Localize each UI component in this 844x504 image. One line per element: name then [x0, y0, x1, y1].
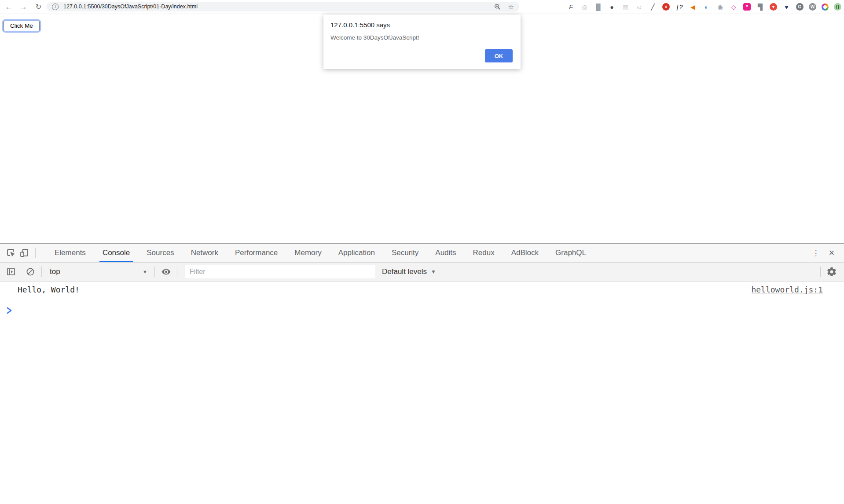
- js-context-select[interactable]: top ▼: [46, 267, 150, 276]
- devtools-tabbar: ElementsConsoleSourcesNetworkPerformance…: [0, 244, 844, 263]
- alert-ok-button[interactable]: OK: [485, 49, 513, 62]
- extension-heart-search-icon[interactable]: ♥: [782, 3, 791, 11]
- devtools-tab[interactable]: Redux: [465, 244, 503, 262]
- live-expression-eye-icon[interactable]: [159, 267, 172, 277]
- click-me-button[interactable]: Click Me: [4, 21, 40, 31]
- console-output: Hello, World! helloworld.js:1: [0, 281, 844, 504]
- extension-graphql-icon[interactable]: ◇: [730, 3, 738, 11]
- device-toolbar-icon[interactable]: [18, 244, 31, 262]
- divider: [820, 267, 821, 277]
- site-info-icon[interactable]: i: [52, 4, 59, 10]
- browser-nav: ← → ↻: [4, 0, 43, 14]
- divider: [805, 248, 805, 258]
- log-levels-value: Default levels: [382, 267, 427, 276]
- chevron-down-icon: ▼: [143, 269, 147, 274]
- devtools-tab[interactable]: GraphQL: [547, 244, 594, 262]
- clickme-focus-ring: Click Me: [4, 21, 40, 31]
- console-source-link[interactable]: helloworld.js:1: [751, 285, 823, 294]
- extension-g-circle-icon[interactable]: G: [796, 3, 804, 11]
- extension-blocks-icon[interactable]: ▜: [756, 3, 764, 11]
- clear-console-icon[interactable]: [24, 267, 37, 277]
- divider: [177, 267, 177, 277]
- console-toolbar: top ▼ Default levels ▼: [0, 263, 844, 281]
- extension-color-ring-icon[interactable]: [822, 4, 829, 11]
- devtools-tab[interactable]: Sources: [138, 244, 182, 262]
- console-filter-input[interactable]: [185, 265, 375, 278]
- extension-face-icon[interactable]: ☺: [635, 3, 643, 11]
- bookmark-star-icon[interactable]: ☆: [508, 4, 514, 10]
- extension-stop-hand-icon[interactable]: ×: [662, 3, 670, 11]
- devtools-tab[interactable]: AdBlock: [503, 244, 547, 262]
- extension-json-icon[interactable]: {}: [834, 3, 841, 11]
- divider: [41, 267, 42, 277]
- devtools-panel: ElementsConsoleSourcesNetworkPerformance…: [0, 243, 844, 504]
- inspect-element-icon[interactable]: [4, 244, 18, 262]
- devtools-tab[interactable]: Elements: [46, 244, 94, 262]
- browser-toolbar: ← → ↻ i 127.0.0.1:5500/30DaysOfJavaScrip…: [0, 0, 844, 14]
- extension-eyedropper-icon[interactable]: ╱: [649, 3, 657, 11]
- zoom-icon[interactable]: [494, 4, 501, 10]
- address-bar[interactable]: i 127.0.0.1:5500/30DaysOfJavaScript/01-D…: [47, 2, 519, 11]
- devtools-tabs: ElementsConsoleSourcesNetworkPerformance…: [46, 244, 594, 262]
- forward-icon[interactable]: →: [19, 3, 28, 11]
- alert-dialog: 127.0.0.1:5500 says Welcome to 30DaysOfJ…: [323, 15, 521, 69]
- extension-math-icon[interactable]: ƒ?: [675, 3, 683, 11]
- extension-camera-icon[interactable]: ◉: [716, 3, 724, 11]
- divider: [35, 248, 36, 258]
- devtools-close-icon[interactable]: ×: [826, 248, 837, 258]
- extension-bug-icon[interactable]: ●: [608, 3, 616, 11]
- extension-gear-box-icon[interactable]: *: [743, 3, 751, 11]
- devtools-menu-icon[interactable]: ⋮: [811, 248, 820, 258]
- console-prompt-chevron-icon: [6, 307, 13, 314]
- extension-grid-icon[interactable]: ▦: [621, 3, 630, 11]
- devtools-tab[interactable]: Audits: [427, 244, 464, 262]
- devtools-tab[interactable]: Security: [383, 244, 427, 262]
- url-text[interactable]: 127.0.0.1:5500/30DaysOfJavaScript/01-Day…: [63, 4, 494, 10]
- alert-title: 127.0.0.1:5500 says: [330, 21, 514, 29]
- devtools-tab[interactable]: Performance: [227, 244, 286, 262]
- extension-swirl-icon[interactable]: ◐: [702, 3, 711, 11]
- back-icon[interactable]: ←: [4, 3, 13, 11]
- divider: [154, 267, 155, 277]
- reload-icon[interactable]: ↻: [34, 3, 43, 11]
- extension-bookmark-icon[interactable]: ▼: [770, 3, 777, 11]
- console-settings-gear-icon[interactable]: [825, 267, 838, 277]
- js-context-value: top: [50, 267, 60, 276]
- console-prompt-row[interactable]: [0, 298, 844, 323]
- console-message-text: Hello, World!: [18, 285, 751, 294]
- extension-f-icon[interactable]: F: [567, 3, 575, 11]
- devtools-tab[interactable]: Application: [330, 244, 383, 262]
- extension-megaphone-icon[interactable]: ◀: [689, 3, 697, 11]
- extensions-strip: F◎▐▌●▦☺╱×ƒ?◀◐◉◇*▜▼♥GW{}: [567, 0, 841, 14]
- log-levels-select[interactable]: Default levels ▼: [382, 267, 436, 276]
- extension-columns-icon[interactable]: ▐▌: [594, 3, 602, 11]
- console-sidebar-toggle-icon[interactable]: [4, 267, 18, 277]
- devtools-tab[interactable]: Console: [94, 244, 138, 262]
- devtools-tab[interactable]: Network: [183, 244, 227, 262]
- alert-message: Welcome to 30DaysOfJavaScript!: [330, 34, 514, 41]
- console-message-row: Hello, World! helloworld.js:1: [0, 281, 844, 298]
- extension-target-icon[interactable]: ◎: [580, 3, 589, 11]
- extension-w-circle-icon[interactable]: W: [809, 3, 816, 11]
- devtools-tab[interactable]: Memory: [286, 244, 330, 262]
- web-page: Click Me 127.0.0.1:5500 says Welcome to …: [0, 14, 844, 243]
- chevron-down-icon: ▼: [431, 269, 436, 275]
